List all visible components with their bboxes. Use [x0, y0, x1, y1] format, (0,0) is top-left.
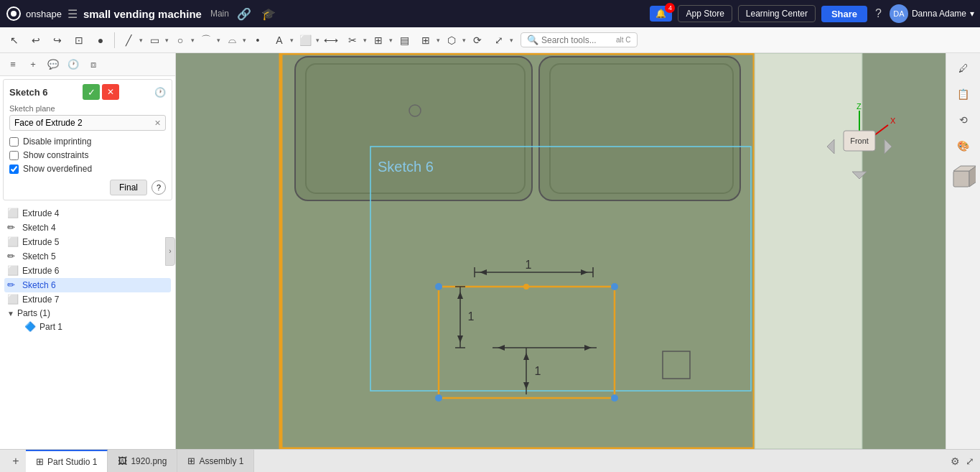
- offset-tool-arrow[interactable]: ▾: [316, 37, 319, 44]
- trim-tool-arrow[interactable]: ▾: [363, 37, 367, 44]
- help-icon[interactable]: ?: [875, 7, 882, 20]
- fillet-tool-button[interactable]: ⌓: [222, 30, 242, 50]
- display-settings-button[interactable]: 📋: [951, 83, 976, 105]
- svg-point-18: [435, 394, 442, 402]
- panel-collapse-handle[interactable]: ›: [165, 237, 175, 266]
- graduate-icon[interactable]: 🎓: [261, 7, 276, 21]
- canvas-area[interactable]: Sketch 6 1 1: [176, 53, 946, 449]
- tab-assembly-1[interactable]: ⊞ Assembly 1: [177, 450, 254, 472]
- rectangle-tool-arrow[interactable]: ▾: [165, 37, 169, 44]
- constraint-tool-button[interactable]: ▤: [394, 30, 414, 50]
- hamburger-menu-icon[interactable]: ☰: [67, 7, 78, 21]
- clear-plane-button[interactable]: ✕: [154, 119, 161, 128]
- tab-image[interactable]: 🖼 1920.png: [108, 450, 177, 472]
- history-icon[interactable]: 🕐: [154, 87, 166, 98]
- line-tool-arrow[interactable]: ▾: [139, 37, 143, 44]
- rectangle-tool-button[interactable]: ▭: [144, 30, 164, 50]
- history-button[interactable]: 🕐: [65, 56, 82, 73]
- offset-tool-button[interactable]: ⬜: [295, 30, 315, 50]
- text-tool-arrow[interactable]: ▾: [290, 37, 294, 44]
- transform-tool-group: ⊞ ▾: [368, 30, 393, 50]
- show-overdefined-checkbox[interactable]: [9, 165, 19, 174]
- appstore-button[interactable]: App Store: [678, 5, 732, 22]
- share-button[interactable]: Share: [821, 6, 867, 22]
- tree-item-sketch6[interactable]: ✏ Sketch 6: [4, 278, 171, 292]
- arc-tool-button[interactable]: ⌒: [196, 30, 216, 50]
- parts-button[interactable]: ⧈: [85, 56, 102, 73]
- show-overdefined-label: Show overdefined: [23, 164, 92, 174]
- help-button[interactable]: ?: [151, 180, 166, 195]
- fillet-tool-arrow[interactable]: ▾: [243, 37, 246, 44]
- search-tools: 🔍 alt C: [521, 32, 638, 47]
- zoom-fit-button[interactable]: ⊡: [69, 30, 89, 50]
- tree-item-extrude7[interactable]: ⬜ Extrude 7: [4, 292, 171, 307]
- text-tool-button[interactable]: A: [269, 30, 289, 50]
- parts-expand-icon[interactable]: ▼: [7, 310, 14, 318]
- tree-item-part1[interactable]: 🔷 Part 1: [22, 320, 171, 334]
- cancel-sketch-button[interactable]: ✕: [102, 84, 119, 100]
- logo-text: onshape: [26, 9, 62, 19]
- learning-center-button[interactable]: Learning Center: [738, 5, 816, 22]
- disable-imprinting-checkbox[interactable]: [9, 137, 19, 147]
- disable-imprinting-row[interactable]: Disable imprinting: [9, 136, 166, 147]
- sketch-panel-title: Sketch 6: [9, 87, 47, 98]
- show-constraints-checkbox[interactable]: [9, 151, 19, 160]
- notif-badge: 4: [665, 3, 675, 13]
- mirror-tool-button[interactable]: ⬡: [442, 30, 462, 50]
- redo-button[interactable]: ↪: [47, 30, 67, 50]
- add-tab-button[interactable]: +: [6, 450, 26, 472]
- use-tool-button[interactable]: ⟳: [467, 30, 487, 50]
- extrude6-label: Extrude 6: [22, 266, 59, 276]
- select-tool-button[interactable]: ↖: [4, 30, 24, 50]
- svg-point-16: [435, 283, 442, 290]
- appearance-button[interactable]: 🎨: [951, 135, 976, 157]
- transform-tool-arrow[interactable]: ▾: [389, 37, 393, 44]
- section-view-button[interactable]: ⟲: [951, 109, 976, 131]
- doc-title: small vending machine: [83, 8, 202, 20]
- render-settings-button[interactable]: 🖊: [951, 57, 976, 79]
- circle-tool-button[interactable]: ○: [170, 30, 190, 50]
- arc-tool-arrow[interactable]: ▾: [217, 37, 220, 44]
- part1-icon: 🔷: [24, 321, 36, 333]
- notifications-button[interactable]: 🔔 4: [650, 6, 672, 22]
- disable-imprinting-label: Disable imprinting: [23, 136, 91, 147]
- extrude4-icon: ⬜: [7, 208, 19, 219]
- pattern-tool-arrow[interactable]: ▾: [437, 37, 440, 44]
- link-icon[interactable]: 🔗: [237, 7, 251, 21]
- user-menu[interactable]: DA Danna Adame ▾: [890, 4, 974, 23]
- settings-status-icon[interactable]: ⚙: [951, 455, 960, 467]
- toolbar: ↖ ↩ ↪ ⊡ ● ╱ ▾ ▭ ▾ ○ ▾ ⌒ ▾ ⌓ ▾ • A ▾ ⬜ ▾ …: [0, 27, 980, 53]
- tree-item-extrude5[interactable]: ⬜ Extrude 5: [4, 235, 171, 249]
- point-tool-button[interactable]: •: [248, 30, 268, 50]
- pattern-tool-button[interactable]: ⊞: [416, 30, 436, 50]
- tree-item-extrude6[interactable]: ⬜ Extrude 6: [4, 264, 171, 278]
- extra-tool-arrow[interactable]: ▾: [510, 37, 513, 44]
- line-tool-button[interactable]: ╱: [118, 30, 139, 50]
- undo-button[interactable]: ↩: [26, 30, 46, 50]
- confirm-sketch-button[interactable]: ✓: [83, 84, 100, 100]
- show-overdefined-row[interactable]: Show overdefined: [9, 164, 166, 174]
- render-button[interactable]: ●: [90, 30, 111, 50]
- tree-item-extrude4[interactable]: ⬜ Extrude 4: [4, 206, 171, 221]
- add-feature-button[interactable]: +: [24, 56, 42, 73]
- view-cube: [951, 164, 976, 190]
- message-button[interactable]: 💬: [45, 56, 62, 73]
- trim-tool-button[interactable]: ✂: [342, 30, 363, 50]
- text-tool-group: A ▾: [269, 30, 294, 50]
- expand-status-icon[interactable]: ⤢: [966, 455, 974, 467]
- right-sidebar: 🖊 📋 ⟲ 🎨: [946, 53, 980, 449]
- sketch-plane-value: Face of Extrude 2 ✕: [9, 115, 166, 131]
- part1-label: Part 1: [39, 322, 62, 332]
- final-button[interactable]: Final: [110, 180, 147, 195]
- show-constraints-row[interactable]: Show constraints: [9, 150, 166, 160]
- transform-tool-button[interactable]: ⊞: [368, 30, 388, 50]
- tree-item-sketch4[interactable]: ✏ Sketch 4: [4, 221, 171, 235]
- search-input[interactable]: [541, 35, 613, 45]
- tab-part-studio-1[interactable]: ⊞ Part Studio 1: [26, 450, 108, 472]
- circle-tool-arrow[interactable]: ▾: [191, 37, 195, 44]
- tree-item-sketch5[interactable]: ✏ Sketch 5: [4, 249, 171, 264]
- extra-tool-button[interactable]: ⤢: [489, 30, 509, 50]
- mirror-tool-arrow[interactable]: ▾: [462, 37, 466, 44]
- dimension-tool-button[interactable]: ⟷: [321, 30, 341, 50]
- feature-list-button[interactable]: ≡: [4, 56, 22, 73]
